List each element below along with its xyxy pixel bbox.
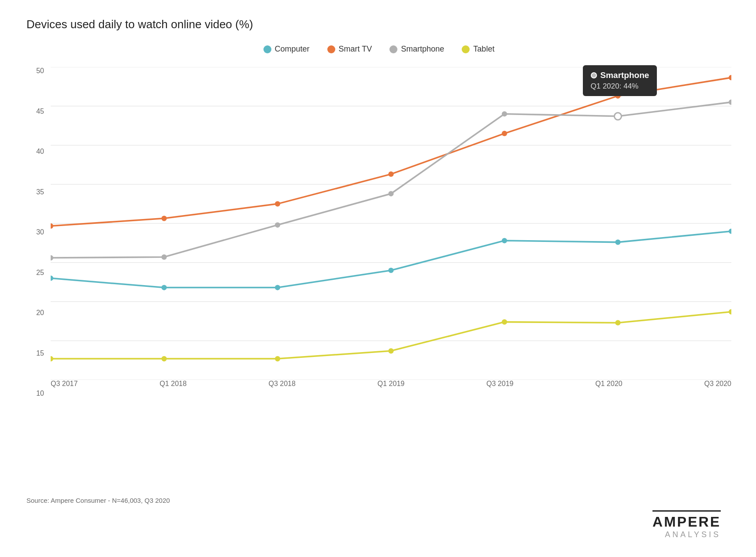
- y-label-10: 10: [26, 390, 48, 397]
- svg-point-25: [275, 285, 280, 290]
- line-smarttv: [51, 78, 731, 226]
- y-label-25: 25: [26, 269, 48, 277]
- svg-point-27: [502, 238, 507, 243]
- legend-smarttv: Smart TV: [327, 45, 372, 54]
- svg-point-11: [275, 201, 280, 207]
- svg-point-36: [729, 309, 731, 314]
- svg-point-19: [388, 191, 393, 196]
- svg-point-21: [614, 113, 621, 120]
- y-label-35: 35: [26, 188, 48, 196]
- chart-title: Devices used daily to watch online video…: [26, 18, 731, 31]
- svg-point-26: [388, 267, 393, 273]
- x-label-q3-2018: Q3 2018: [269, 380, 296, 397]
- svg-point-32: [275, 356, 280, 361]
- y-label-20: 20: [26, 309, 48, 317]
- legend-label-tablet: Tablet: [473, 45, 494, 54]
- svg-point-23: [51, 275, 53, 281]
- y-label-30: 30: [26, 228, 48, 236]
- x-label-q3-2019: Q3 2019: [486, 380, 513, 397]
- y-axis: 10 15 20 25 30 35 40 45 50: [26, 67, 48, 397]
- svg-point-15: [729, 75, 731, 80]
- svg-point-17: [161, 254, 167, 260]
- svg-point-9: [51, 223, 53, 229]
- svg-point-28: [615, 240, 620, 245]
- chart-svg: [51, 67, 731, 380]
- line-computer: [51, 231, 731, 288]
- legend-smartphone: Smartphone: [389, 45, 444, 54]
- x-label-q3-2020: Q3 2020: [704, 380, 731, 397]
- svg-point-10: [161, 216, 167, 221]
- legend-dot-smarttv: [327, 45, 335, 53]
- legend-computer: Computer: [263, 45, 310, 54]
- y-label-45: 45: [26, 108, 48, 115]
- svg-point-12: [388, 171, 393, 177]
- legend-dot-computer: [263, 45, 271, 53]
- x-axis: Q3 2017 Q1 2018 Q3 2018 Q1 2019 Q3 2019 …: [51, 380, 731, 397]
- legend-dot-tablet: [462, 45, 470, 53]
- svg-point-31: [161, 356, 167, 361]
- y-label-50: 50: [26, 67, 48, 75]
- svg-point-33: [388, 348, 393, 353]
- svg-point-22: [729, 100, 731, 105]
- x-label-q1-2019: Q1 2019: [378, 380, 404, 397]
- line-smartphone: [51, 102, 731, 258]
- svg-point-20: [502, 111, 507, 116]
- svg-point-30: [51, 356, 53, 361]
- x-label-q1-2018: Q1 2018: [159, 380, 186, 397]
- x-label-q3-2017: Q3 2017: [51, 380, 78, 397]
- x-label-q1-2020: Q1 2020: [595, 380, 622, 397]
- svg-point-24: [161, 285, 167, 290]
- svg-point-29: [729, 229, 731, 234]
- svg-point-35: [615, 320, 620, 325]
- legend-label-smarttv: Smart TV: [339, 45, 372, 54]
- chart-legend: Computer Smart TV Smartphone Tablet: [26, 45, 731, 54]
- y-label-15: 15: [26, 349, 48, 357]
- legend-label-computer: Computer: [275, 45, 310, 54]
- svg-point-14: [615, 93, 620, 99]
- svg-point-18: [275, 222, 280, 227]
- legend-tablet: Tablet: [462, 45, 494, 54]
- legend-dot-smartphone: [389, 45, 397, 53]
- chart-area: 10 15 20 25 30 35 40 45 50: [26, 67, 731, 397]
- ampere-logo: AMPERE ANALYSIS: [652, 510, 721, 539]
- svg-point-34: [502, 319, 507, 325]
- source-text: Source: Ampere Consumer - N=46,003, Q3 2…: [26, 497, 170, 504]
- logo-ampere: AMPERE: [652, 510, 721, 530]
- svg-point-13: [502, 131, 507, 136]
- svg-point-16: [51, 255, 53, 260]
- chart-container: Devices used daily to watch online video…: [26, 18, 731, 502]
- y-label-40: 40: [26, 148, 48, 156]
- logo-analysis: ANALYSIS: [652, 530, 721, 539]
- legend-label-smartphone: Smartphone: [401, 45, 444, 54]
- plot-area: Q3 2017 Q1 2018 Q3 2018 Q1 2019 Q3 2019 …: [51, 67, 731, 380]
